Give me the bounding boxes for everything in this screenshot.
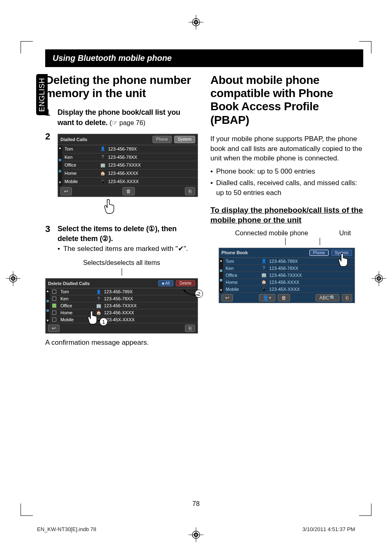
- language-label: ENGLISH: [38, 78, 46, 112]
- heading-pbap: About mobile phone compatible with Phone…: [210, 74, 360, 127]
- pbap-paragraph: If your mobile phone supports PBAP, the …: [210, 134, 363, 163]
- unknown-icon: ?: [96, 297, 101, 301]
- confirmation-text: A confirmation message appears.: [45, 338, 198, 348]
- crop-mark: [21, 41, 33, 53]
- scroll-indicator[interactable]: ▲ ▼: [46, 288, 50, 323]
- list-item[interactable]: Mobile📱123-45X-XXXX: [62, 178, 198, 186]
- tab-system[interactable]: System: [174, 136, 195, 143]
- list-item[interactable]: Tom👤123-456-789X: [50, 288, 198, 295]
- section-banner: Using Bluetooth mobile phone: [45, 49, 363, 67]
- step-number: 2: [45, 131, 53, 220]
- list-item[interactable]: Ken?123-456-78XX: [223, 265, 355, 272]
- list-item[interactable]: Tom👤123-456-789X: [223, 258, 355, 265]
- mobile-icon: 📱: [261, 287, 267, 291]
- office-icon: 🏢: [100, 162, 106, 168]
- home-button[interactable]: ⎗: [185, 325, 195, 332]
- phone-book-screenshot: Phone Book Phone System ▲ ▼ Tom👤123-456-…: [219, 248, 355, 303]
- callout-arrow: [182, 286, 198, 299]
- mobile-icon: 📱: [100, 179, 106, 185]
- list-item[interactable]: Home🏠123-456-XXXX: [223, 279, 355, 286]
- dialled-calls-screenshot: Dialled Calls Phone System ▲ ▼ Tom👤123-4…: [58, 134, 198, 197]
- add-contact-button[interactable]: 👤+: [259, 294, 275, 302]
- registration-mark-icon: [189, 15, 203, 30]
- tab-phone[interactable]: Phone: [309, 250, 329, 256]
- checkbox[interactable]: [52, 318, 56, 322]
- ui-title: Phone Book: [221, 250, 307, 255]
- leader-line: [285, 238, 286, 245]
- contact-icon: 👤: [96, 290, 101, 294]
- home-button[interactable]: ⎗: [185, 187, 195, 195]
- back-button[interactable]: ↩: [221, 294, 233, 302]
- tab-phone[interactable]: Phone: [152, 136, 172, 143]
- checkbox[interactable]: [52, 297, 56, 301]
- crop-mark: [359, 41, 371, 53]
- list-item[interactable]: Ken?123-456-78XX: [50, 295, 198, 302]
- list-item[interactable]: Home🏠123-456-XXXX: [62, 169, 198, 178]
- delete-dialled-calls-screenshot: Delete Dialled Calls ■ All Delete ▲ ▼ To…: [45, 278, 198, 334]
- registration-mark-icon: [371, 271, 386, 286]
- label-unit: Unit: [339, 230, 351, 237]
- contact-icon: 👤: [261, 259, 267, 263]
- ui-title: Dialled Calls: [60, 137, 150, 143]
- unknown-icon: ?: [261, 266, 267, 270]
- registration-mark-icon: [6, 271, 21, 286]
- list-item[interactable]: Tom👤123-456-789X: [62, 145, 198, 153]
- step3-text: Select the items to delete (①), then del…: [58, 224, 198, 244]
- language-tab: ENGLISH: [36, 74, 48, 115]
- bullet-calls: Dialled calls, received calls, and misse…: [216, 178, 363, 198]
- office-icon: 🏢: [96, 304, 101, 308]
- footer-filename: EN_KW-NT30[E].indb 78: [37, 526, 96, 532]
- list-item[interactable]: Home🏠123-456-XXXX: [50, 309, 198, 316]
- list-item[interactable]: Mobile📱123-45X-XXXX: [223, 286, 355, 293]
- list-item[interactable]: Ken?123-456-78XX: [62, 153, 198, 162]
- all-button[interactable]: ■ All: [158, 280, 173, 286]
- crop-mark: [21, 504, 33, 516]
- label-connected-phone: Connected mobile phone: [235, 230, 308, 237]
- caption-selects-all: Selects/deselects all items: [45, 259, 198, 267]
- scroll-indicator[interactable]: ▲ ▼: [58, 145, 62, 186]
- list-item[interactable]: Office🏢123-456-7XXXX: [223, 272, 355, 279]
- back-button[interactable]: ↩: [48, 325, 60, 332]
- registration-mark-icon: [189, 527, 203, 542]
- scroll-indicator[interactable]: ▲ ▼: [219, 258, 223, 293]
- delete-button[interactable]: Delete: [176, 280, 195, 286]
- footer-timestamp: 3/10/2011 4:51:37 PM: [302, 526, 355, 532]
- home-button[interactable]: ⎗: [342, 294, 352, 302]
- delete-trash-button[interactable]: 🗑: [278, 294, 290, 302]
- step1-ref: (☞ page 76): [110, 119, 145, 126]
- hand-cursor-icon: [86, 309, 100, 325]
- ui-title: Delete Dialled Calls: [48, 281, 156, 286]
- office-icon: 🏢: [261, 273, 267, 277]
- contact-icon: 👤: [100, 146, 106, 152]
- back-button[interactable]: ↩: [60, 187, 72, 195]
- checkbox-checked[interactable]: [52, 304, 56, 308]
- home-icon: 🏠: [100, 171, 106, 176]
- hand-cursor-icon: [337, 252, 351, 267]
- leader-line: [320, 238, 320, 245]
- abc-search-button[interactable]: ABC🔍: [316, 294, 339, 302]
- hand-cursor-icon: [103, 198, 118, 214]
- home-icon: 🏠: [261, 280, 267, 284]
- step-number: 3: [45, 224, 53, 255]
- checkbox[interactable]: [52, 311, 56, 315]
- crop-mark: [359, 504, 371, 516]
- list-item[interactable]: Mobile📱123-45X-XXXX: [50, 316, 198, 323]
- leader-line: [122, 268, 122, 276]
- subhead-display: To display the phonebook/call lists of t…: [210, 205, 363, 225]
- list-item[interactable]: Office🏢123-456-7XXXX: [50, 302, 198, 309]
- page-number: 78: [192, 500, 200, 508]
- bullet-phonebook: Phone book: up to 5 000 entries: [216, 167, 315, 176]
- heading-delete: Deleting the phone number memory in the …: [45, 74, 195, 100]
- step3-bullet: The selected items are marked with "✔".: [63, 244, 188, 254]
- checkbox[interactable]: [52, 290, 56, 294]
- unknown-icon: ?: [100, 154, 106, 160]
- list-item[interactable]: Office🏢123-456-7XXXX: [62, 161, 198, 169]
- delete-trash-button[interactable]: 🗑: [122, 187, 135, 195]
